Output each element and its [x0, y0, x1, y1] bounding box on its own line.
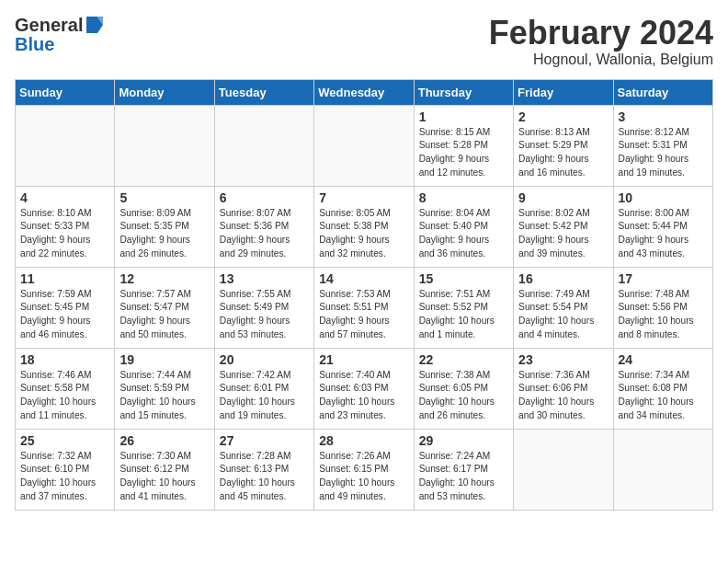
day-number: 26 — [119, 433, 209, 448]
calendar-day-header: Wednesday — [314, 79, 414, 105]
calendar-day-cell: 19Sunrise: 7:44 AMSunset: 5:59 PMDayligh… — [115, 348, 214, 429]
calendar-day-cell — [115, 105, 214, 186]
calendar-week-row: 1Sunrise: 8:15 AMSunset: 5:28 PMDaylight… — [16, 105, 713, 186]
title-section: February 2024 Hognoul, Wallonia, Belgium — [489, 15, 713, 68]
calendar-day-cell: 2Sunrise: 8:13 AMSunset: 5:29 PMDaylight… — [514, 105, 613, 186]
calendar-week-row: 4Sunrise: 8:10 AMSunset: 5:33 PMDaylight… — [16, 186, 713, 267]
day-number: 14 — [319, 271, 408, 286]
month-year-title: February 2024 — [489, 15, 713, 52]
calendar-day-cell: 8Sunrise: 8:04 AMSunset: 5:40 PMDaylight… — [414, 186, 513, 267]
day-number: 16 — [518, 271, 608, 286]
calendar-day-cell: 26Sunrise: 7:30 AMSunset: 6:12 PMDayligh… — [115, 429, 214, 510]
day-info: Sunrise: 8:05 AMSunset: 5:38 PMDaylight:… — [319, 207, 408, 261]
calendar-day-header: Tuesday — [214, 79, 313, 105]
calendar-day-cell — [16, 105, 115, 186]
day-info: Sunrise: 7:40 AMSunset: 6:03 PMDaylight:… — [319, 369, 408, 423]
day-info: Sunrise: 7:46 AMSunset: 5:58 PMDaylight:… — [20, 369, 109, 423]
calendar-day-cell — [514, 429, 613, 510]
day-info: Sunrise: 7:36 AMSunset: 6:06 PMDaylight:… — [518, 369, 608, 423]
day-number: 22 — [419, 352, 508, 367]
logo-blue-text: Blue — [15, 35, 54, 53]
day-number: 9 — [518, 190, 608, 205]
calendar-week-row: 18Sunrise: 7:46 AMSunset: 5:58 PMDayligh… — [16, 348, 713, 429]
calendar-day-cell: 7Sunrise: 8:05 AMSunset: 5:38 PMDaylight… — [314, 186, 414, 267]
calendar-day-cell — [613, 429, 712, 510]
day-info: Sunrise: 8:12 AMSunset: 5:31 PMDaylight:… — [619, 126, 708, 180]
day-number: 15 — [419, 271, 508, 286]
day-info: Sunrise: 7:34 AMSunset: 6:08 PMDaylight:… — [619, 369, 708, 423]
day-number: 12 — [119, 271, 209, 286]
calendar-week-row: 25Sunrise: 7:32 AMSunset: 6:10 PMDayligh… — [16, 429, 713, 510]
calendar-day-cell: 11Sunrise: 7:59 AMSunset: 5:45 PMDayligh… — [16, 267, 115, 348]
day-info: Sunrise: 7:24 AMSunset: 6:17 PMDaylight:… — [419, 450, 508, 504]
day-number: 17 — [619, 271, 708, 286]
day-info: Sunrise: 7:51 AMSunset: 5:52 PMDaylight:… — [419, 288, 508, 342]
calendar-day-cell: 1Sunrise: 8:15 AMSunset: 5:28 PMDaylight… — [414, 105, 513, 186]
day-number: 19 — [119, 352, 209, 367]
calendar-day-cell: 5Sunrise: 8:09 AMSunset: 5:35 PMDaylight… — [115, 186, 214, 267]
calendar-day-cell: 25Sunrise: 7:32 AMSunset: 6:10 PMDayligh… — [16, 429, 115, 510]
calendar-day-cell: 21Sunrise: 7:40 AMSunset: 6:03 PMDayligh… — [314, 348, 414, 429]
day-number: 28 — [319, 433, 408, 448]
day-number: 1 — [419, 109, 508, 124]
calendar-day-cell: 3Sunrise: 8:12 AMSunset: 5:31 PMDaylight… — [613, 105, 712, 186]
day-info: Sunrise: 7:57 AMSunset: 5:47 PMDaylight:… — [119, 288, 209, 342]
calendar-day-cell: 6Sunrise: 8:07 AMSunset: 5:36 PMDaylight… — [214, 186, 313, 267]
day-number: 21 — [319, 352, 408, 367]
day-info: Sunrise: 8:04 AMSunset: 5:40 PMDaylight:… — [419, 207, 508, 261]
calendar-day-cell — [314, 105, 414, 186]
calendar-day-cell: 12Sunrise: 7:57 AMSunset: 5:47 PMDayligh… — [115, 267, 214, 348]
day-number: 4 — [20, 190, 109, 205]
location-text: Hognoul, Wallonia, Belgium — [489, 52, 713, 68]
day-info: Sunrise: 7:38 AMSunset: 6:05 PMDaylight:… — [419, 369, 508, 423]
calendar-day-cell: 10Sunrise: 8:00 AMSunset: 5:44 PMDayligh… — [613, 186, 712, 267]
calendar-day-cell: 13Sunrise: 7:55 AMSunset: 5:49 PMDayligh… — [214, 267, 313, 348]
calendar-day-header: Monday — [115, 79, 214, 105]
day-number: 10 — [619, 190, 708, 205]
day-info: Sunrise: 7:30 AMSunset: 6:12 PMDaylight:… — [119, 450, 209, 504]
day-info: Sunrise: 7:26 AMSunset: 6:15 PMDaylight:… — [319, 450, 408, 504]
day-info: Sunrise: 7:42 AMSunset: 6:01 PMDaylight:… — [220, 369, 309, 423]
logo-icon — [85, 15, 105, 35]
day-number: 3 — [619, 109, 708, 124]
logo: General Blue — [15, 15, 105, 53]
day-info: Sunrise: 7:55 AMSunset: 5:49 PMDaylight:… — [220, 288, 309, 342]
day-number: 11 — [20, 271, 109, 286]
day-info: Sunrise: 7:44 AMSunset: 5:59 PMDaylight:… — [119, 369, 209, 423]
day-info: Sunrise: 7:48 AMSunset: 5:56 PMDaylight:… — [619, 288, 708, 342]
day-number: 13 — [220, 271, 309, 286]
calendar-day-cell: 9Sunrise: 8:02 AMSunset: 5:42 PMDaylight… — [514, 186, 613, 267]
day-number: 18 — [20, 352, 109, 367]
day-info: Sunrise: 7:32 AMSunset: 6:10 PMDaylight:… — [20, 450, 109, 504]
day-info: Sunrise: 8:02 AMSunset: 5:42 PMDaylight:… — [518, 207, 608, 261]
day-info: Sunrise: 7:28 AMSunset: 6:13 PMDaylight:… — [220, 450, 309, 504]
day-number: 27 — [220, 433, 309, 448]
day-info: Sunrise: 8:07 AMSunset: 5:36 PMDaylight:… — [220, 207, 309, 261]
calendar-day-cell: 14Sunrise: 7:53 AMSunset: 5:51 PMDayligh… — [314, 267, 414, 348]
page-header: General Blue February 2024 Hognoul, Wall… — [15, 15, 713, 68]
calendar-header-row: SundayMondayTuesdayWednesdayThursdayFrid… — [16, 79, 713, 105]
day-number: 8 — [419, 190, 508, 205]
calendar-day-cell: 16Sunrise: 7:49 AMSunset: 5:54 PMDayligh… — [514, 267, 613, 348]
calendar-day-cell — [214, 105, 313, 186]
calendar-day-cell: 24Sunrise: 7:34 AMSunset: 6:08 PMDayligh… — [613, 348, 712, 429]
day-number: 24 — [619, 352, 708, 367]
day-info: Sunrise: 8:10 AMSunset: 5:33 PMDaylight:… — [20, 207, 109, 261]
day-number: 20 — [220, 352, 309, 367]
logo-general-text: General — [15, 16, 83, 34]
calendar-day-cell: 20Sunrise: 7:42 AMSunset: 6:01 PMDayligh… — [214, 348, 313, 429]
day-info: Sunrise: 7:49 AMSunset: 5:54 PMDaylight:… — [518, 288, 608, 342]
calendar-day-header: Thursday — [414, 79, 513, 105]
day-number: 29 — [419, 433, 508, 448]
calendar-day-cell: 23Sunrise: 7:36 AMSunset: 6:06 PMDayligh… — [514, 348, 613, 429]
day-info: Sunrise: 7:53 AMSunset: 5:51 PMDaylight:… — [319, 288, 408, 342]
calendar-day-cell: 15Sunrise: 7:51 AMSunset: 5:52 PMDayligh… — [414, 267, 513, 348]
day-info: Sunrise: 8:15 AMSunset: 5:28 PMDaylight:… — [419, 126, 508, 180]
calendar-week-row: 11Sunrise: 7:59 AMSunset: 5:45 PMDayligh… — [16, 267, 713, 348]
day-number: 2 — [518, 109, 608, 124]
day-info: Sunrise: 8:00 AMSunset: 5:44 PMDaylight:… — [619, 207, 708, 261]
day-info: Sunrise: 8:13 AMSunset: 5:29 PMDaylight:… — [518, 126, 608, 180]
calendar-day-cell: 28Sunrise: 7:26 AMSunset: 6:15 PMDayligh… — [314, 429, 414, 510]
calendar-day-cell: 4Sunrise: 8:10 AMSunset: 5:33 PMDaylight… — [16, 186, 115, 267]
day-number: 6 — [220, 190, 309, 205]
